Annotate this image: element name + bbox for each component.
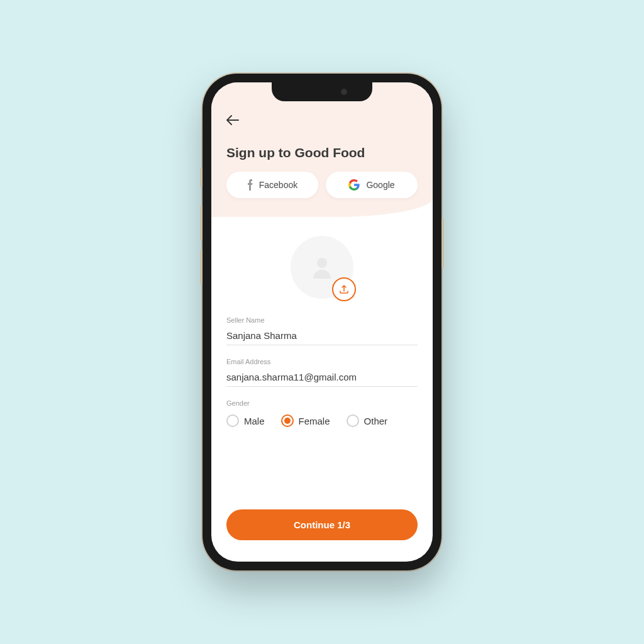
- gender-field: Gender Male Female Other: [226, 399, 418, 427]
- google-button[interactable]: Google: [326, 172, 418, 198]
- gender-male-option[interactable]: Male: [226, 414, 265, 427]
- arrow-left-icon: [226, 115, 239, 125]
- gender-other-option[interactable]: Other: [347, 414, 388, 427]
- gender-other-label: Other: [364, 416, 388, 426]
- avatar-container: [226, 236, 418, 299]
- google-icon: [348, 179, 360, 191]
- facebook-icon: [247, 179, 253, 191]
- upload-icon: [339, 284, 349, 294]
- page-title: Sign up to Good Food: [226, 145, 418, 160]
- radio-checked-icon: [281, 414, 294, 427]
- email-label: Email Address: [226, 358, 418, 365]
- facebook-label: Facebook: [259, 180, 297, 190]
- gender-female-label: Female: [299, 416, 330, 426]
- radio-unchecked-icon: [226, 414, 239, 427]
- volume-down-button: [200, 250, 203, 284]
- seller-name-label: Seller Name: [226, 316, 418, 324]
- person-icon: [308, 253, 336, 281]
- radio-unchecked-icon: [347, 414, 359, 427]
- gender-label: Gender: [226, 399, 418, 407]
- screen: Sign up to Good Food Facebook Google: [211, 82, 433, 562]
- google-label: Google: [366, 180, 394, 190]
- gender-male-label: Male: [244, 416, 265, 426]
- svg-point-0: [317, 258, 327, 268]
- form-section: Seller Name Email Address Gender Male: [211, 217, 433, 440]
- phone-frame: Sign up to Good Food Facebook Google: [203, 74, 441, 570]
- seller-name-input[interactable]: [226, 326, 418, 345]
- email-input[interactable]: [226, 368, 418, 387]
- gender-female-option[interactable]: Female: [281, 414, 330, 427]
- back-button[interactable]: [226, 113, 242, 128]
- social-buttons: Facebook Google: [226, 172, 418, 198]
- power-button: [441, 218, 444, 269]
- email-field: Email Address: [226, 358, 418, 387]
- volume-up-button: [200, 206, 203, 240]
- continue-button[interactable]: Continue 1/3: [226, 509, 418, 540]
- header-section: Sign up to Good Food Facebook Google: [211, 82, 433, 217]
- upload-avatar-button[interactable]: [332, 277, 356, 301]
- silence-switch: [200, 168, 203, 187]
- gender-radio-group: Male Female Other: [226, 414, 418, 427]
- notch: [272, 82, 372, 101]
- facebook-button[interactable]: Facebook: [226, 172, 318, 198]
- avatar-placeholder: [291, 236, 353, 299]
- seller-name-field: Seller Name: [226, 316, 418, 345]
